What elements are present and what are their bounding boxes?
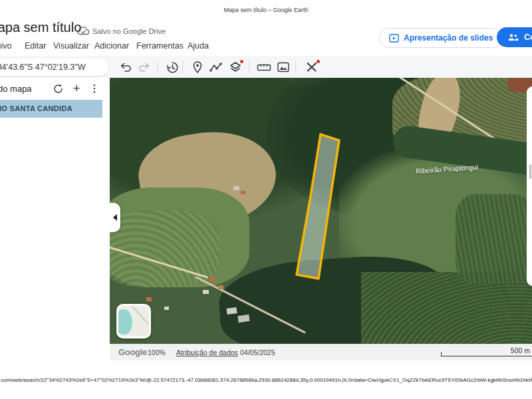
toolbar-divider xyxy=(295,61,296,74)
menu-adicionar[interactable]: Adicionar xyxy=(94,41,129,51)
toolbar-divider xyxy=(249,61,249,74)
search-box[interactable]: 22°34'43.6"S 47°02'19.3"W xyxy=(0,59,108,76)
map-statusbar: Google 100% Atribuição de dados 04/05/20… xyxy=(110,344,532,360)
toolbar-divider xyxy=(182,61,183,74)
slideshow-icon xyxy=(389,34,399,43)
save-status: Salvo no Google Drive xyxy=(92,27,166,35)
sidebar-item-label: SITIO SANTA CANDIDA xyxy=(0,100,72,118)
menu-visualizar[interactable]: Visualizar xyxy=(53,41,89,51)
menu-ferramentas[interactable]: Ferramentas xyxy=(136,41,184,51)
sidebar-panel xyxy=(0,78,110,372)
share-button-label: Compartilhar xyxy=(524,33,532,42)
slideshow-button[interactable]: Apresentação de slides xyxy=(379,28,503,48)
toolbar-divider xyxy=(157,61,158,74)
image-overlay-icon[interactable] xyxy=(275,59,292,76)
google-earth-window: Mapa sem título – Google Earth Mapa sem … xyxy=(0,0,532,399)
tools-icon[interactable] xyxy=(303,59,321,76)
kebab-menu-icon[interactable]: ⋮ xyxy=(87,81,102,96)
menu-arquivo[interactable]: Arquivo xyxy=(0,41,11,51)
history-icon[interactable] xyxy=(164,59,181,76)
add-icon[interactable]: + xyxy=(69,81,84,96)
placemark-icon[interactable] xyxy=(189,59,206,76)
chevron-left-icon xyxy=(113,214,117,221)
slideshow-button-label: Apresentação de slides xyxy=(404,33,493,43)
map-canvas[interactable]: Ribeirão Pirapitingui xyxy=(110,78,532,344)
map-style-toggle[interactable] xyxy=(116,304,151,338)
scale-bar xyxy=(441,356,532,356)
share-button[interactable]: Compartilhar xyxy=(497,27,532,47)
path-icon[interactable] xyxy=(207,59,225,76)
redo-icon[interactable] xyxy=(136,59,153,76)
window-title: Mapa sem título – Google Earth xyxy=(0,7,532,13)
water-shape xyxy=(116,309,132,334)
scrollbar-thumb[interactable] xyxy=(529,164,531,179)
notification-dot xyxy=(240,60,243,63)
cloud-saved-icon xyxy=(77,25,90,35)
people-icon xyxy=(507,33,519,41)
panel-collapse-button[interactable] xyxy=(110,203,120,232)
search-input-value: 22°34'43.6"S 47°02'19.3"W xyxy=(0,63,86,72)
measure-icon[interactable] xyxy=(255,59,273,76)
imagery-date: 04/05/2025 xyxy=(240,348,275,356)
menu-ajuda[interactable]: Ajuda xyxy=(188,41,209,51)
panel-header-label: do mapa xyxy=(0,84,32,94)
sidebar-item-selected[interactable]: SITIO SANTA CANDIDA xyxy=(0,100,102,118)
undo-icon[interactable] xyxy=(117,59,134,76)
notification-dot xyxy=(317,60,320,63)
data-attribution-link[interactable]: Atribuição de dados xyxy=(176,348,238,356)
refresh-icon[interactable] xyxy=(51,81,65,96)
right-panel-edge[interactable] xyxy=(527,86,532,286)
document-title[interactable]: Mapa sem título xyxy=(0,20,81,35)
parcel-polygon[interactable] xyxy=(110,78,532,344)
road-shape xyxy=(130,304,149,325)
menu-editar[interactable]: Editar xyxy=(25,41,47,51)
google-logo: Google xyxy=(118,347,147,357)
scale-label: 500 m xyxy=(492,346,530,354)
zoom-level: 100% xyxy=(148,348,166,356)
layers-icon[interactable] xyxy=(227,59,244,76)
url-status-preview: com/web/search/22°34%2743%2e6"S+47°02%27… xyxy=(1,377,532,383)
